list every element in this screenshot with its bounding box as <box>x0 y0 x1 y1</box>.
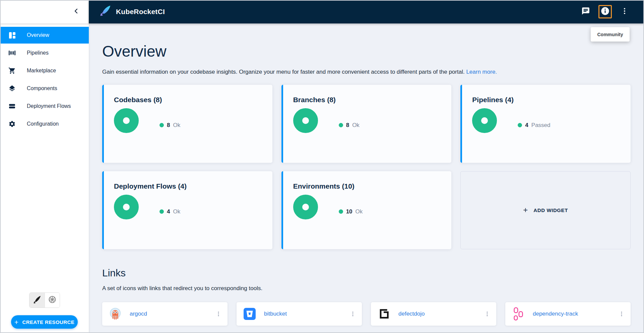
dependency-track-link[interactable]: dependency-track <box>533 311 617 317</box>
info-button[interactable] <box>598 5 612 18</box>
widget-body: 8 Ok <box>114 108 272 133</box>
pipelines-icon <box>8 49 16 57</box>
deployment-flows-donut-chart <box>114 195 139 219</box>
sidebar-collapse-button[interactable] <box>0 0 89 23</box>
widget-environments: Environments (10) 10 Ok <box>281 171 452 249</box>
page-description: Gain essential information on your codeb… <box>102 69 631 75</box>
sidebar-item-configuration[interactable]: Configuration <box>0 116 89 132</box>
branches-donut-chart <box>293 108 318 133</box>
stacked-bars-icon <box>8 103 16 110</box>
legend-dot <box>518 123 522 127</box>
widget-body: 4 Passed <box>472 108 631 133</box>
environments-donut-chart <box>293 195 318 219</box>
legend-value: 4 <box>525 122 528 129</box>
brand: KubeRocketCI <box>99 5 165 19</box>
widget-branches: Branches (8) 8 Ok <box>281 85 452 163</box>
chart-legend: 8 Ok <box>159 122 180 129</box>
codebases-donut-chart <box>114 108 139 133</box>
sidebar-item-label: Pipelines <box>27 50 49 56</box>
sidebar-item-pipelines[interactable]: Pipelines <box>0 45 89 61</box>
view-toggle <box>29 292 60 308</box>
bitbucket-link[interactable]: bitbucket <box>264 311 348 317</box>
legend-dot <box>159 123 164 127</box>
dependency-track-kebab-menu[interactable] <box>617 307 627 321</box>
argocd-icon <box>108 307 122 321</box>
legend-value: 4 <box>167 208 170 215</box>
topbar-actions <box>579 5 631 18</box>
tooltip-text: Community <box>597 32 623 37</box>
argocd-link[interactable]: argocd <box>130 311 213 317</box>
learn-more-link[interactable]: Learn more. <box>466 69 497 75</box>
chart-legend: 4 Passed <box>518 122 550 129</box>
widget-pipelines: Pipelines (4) 4 Passed <box>460 85 631 163</box>
sidebar-item-components[interactable]: Components <box>0 80 89 97</box>
legend-dot <box>339 123 343 127</box>
legend-label: Ok <box>356 208 363 215</box>
widget-title: Pipelines (4) <box>472 96 631 104</box>
layers-icon <box>8 85 16 92</box>
chart-legend: 4 Ok <box>159 208 180 215</box>
create-resource-label: CREATE RESOURCE <box>22 319 74 325</box>
add-widget-button[interactable]: + ADD WIDGET <box>460 171 631 249</box>
link-card-bitbucket: bitbucket <box>237 302 362 326</box>
link-card-defectdojo: defectdojo <box>371 302 496 326</box>
chat-button[interactable] <box>579 5 592 18</box>
widget-title: Deployment Flows (4) <box>114 182 272 190</box>
plus-icon: + <box>14 319 19 326</box>
widget-title: Codebases (8) <box>114 96 272 104</box>
kebab-menu-icon <box>621 7 629 16</box>
chevron-left-icon <box>74 8 78 15</box>
kuberocketci-logo <box>99 5 112 19</box>
link-card-dependency-track: dependency-track <box>505 302 631 326</box>
page-title: Overview <box>102 43 631 60</box>
sidebar-item-overview[interactable]: Overview <box>0 27 89 44</box>
pipelines-donut-chart <box>472 108 497 133</box>
sidebar: Overview Pipelines Marketplace Component… <box>0 0 89 333</box>
defectdojo-icon <box>377 307 391 321</box>
legend-dot <box>159 209 164 214</box>
cart-icon <box>8 67 16 74</box>
kuberocketci-feather-icon <box>33 295 42 305</box>
dashboard-icon <box>8 31 16 39</box>
sidebar-item-marketplace[interactable]: Marketplace <box>0 62 89 79</box>
widget-title: Environments (10) <box>293 182 452 190</box>
create-resource-button[interactable]: + CREATE RESOURCE <box>11 315 78 329</box>
bitbucket-icon <box>243 307 257 321</box>
brand-name: KubeRocketCI <box>116 8 165 16</box>
sidebar-item-label: Marketplace <box>27 68 56 74</box>
dependency-track-icon <box>511 307 525 321</box>
community-tooltip: Community <box>591 27 630 42</box>
sidebar-item-deployment-flows[interactable]: Deployment Flows <box>0 98 89 115</box>
main-content: Overview Gain essential information on y… <box>89 23 644 333</box>
legend-label: Passed <box>531 122 551 129</box>
portal-view-toggle-button[interactable] <box>29 293 45 308</box>
legend-label: Ok <box>173 208 180 215</box>
chart-legend: 10 Ok <box>339 208 363 215</box>
links-section-description: A set of icons with links that redirect … <box>102 285 631 292</box>
widget-codebases: Codebases (8) 8 Ok <box>102 85 272 163</box>
legend-label: Ok <box>173 122 180 129</box>
argocd-kebab-menu[interactable] <box>213 307 223 321</box>
add-widget-label: ADD WIDGET <box>533 207 568 213</box>
legend-value: 10 <box>346 208 352 215</box>
widget-title: Branches (8) <box>293 96 452 104</box>
kubernetes-view-toggle-button[interactable] <box>45 293 60 308</box>
links-grid: argocd bitbucket defectdojo <box>102 302 631 326</box>
legend-value: 8 <box>167 122 170 129</box>
bitbucket-kebab-menu[interactable] <box>348 307 358 321</box>
kubernetes-wheel-icon <box>48 295 56 305</box>
link-card-argocd: argocd <box>102 302 228 326</box>
chat-icon <box>581 7 590 17</box>
topbar: KubeRocketCI <box>89 0 644 23</box>
plus-icon: + <box>523 205 528 215</box>
defectdojo-kebab-menu[interactable] <box>482 307 492 321</box>
page-description-text: Gain essential information on your codeb… <box>102 69 465 75</box>
defectdojo-link[interactable]: defectdojo <box>398 311 482 317</box>
info-icon <box>600 6 610 17</box>
widget-body: 4 Ok <box>114 195 272 219</box>
widget-body: 8 Ok <box>293 108 452 133</box>
more-menu-button[interactable] <box>618 5 631 18</box>
legend-dot <box>339 209 343 214</box>
legend-label: Ok <box>352 122 360 129</box>
links-section-title: Links <box>102 267 631 279</box>
